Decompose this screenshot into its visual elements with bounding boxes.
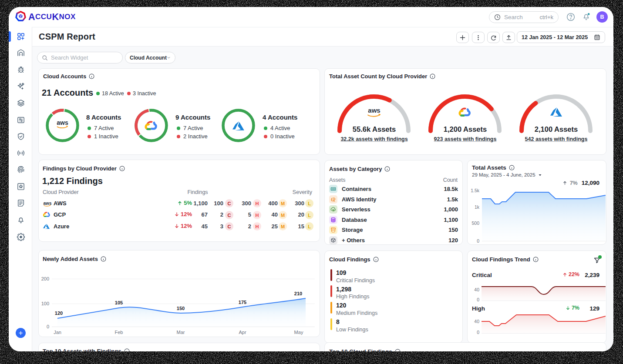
svg-text:aws: aws — [368, 107, 380, 114]
svg-text:aws: aws — [57, 119, 68, 126]
svg-text:aws: aws — [44, 201, 52, 206]
